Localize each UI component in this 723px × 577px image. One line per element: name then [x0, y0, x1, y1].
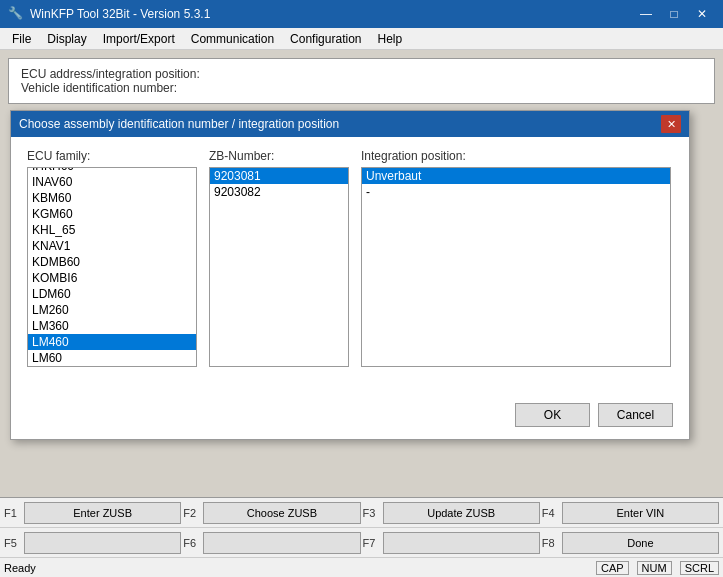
f7-button[interactable] [383, 532, 540, 554]
dialog-title-bar: Choose assembly identification number / … [11, 111, 689, 137]
f6-button[interactable] [203, 532, 360, 554]
ecu-family-item[interactable]: LDM60 [28, 286, 196, 302]
cancel-button[interactable]: Cancel [598, 403, 673, 427]
f4-button[interactable]: Enter VIN [562, 502, 719, 524]
columns-container: ECU family: IBOCU2IHKB60IHKH60INAV60KBM6… [27, 149, 673, 367]
menu-importexport[interactable]: Import/Export [95, 28, 183, 49]
f6-label: F6 [183, 537, 201, 549]
app-icon: 🔧 [8, 6, 24, 22]
fkey-group-f6: F6 [183, 530, 360, 555]
zb-number-item[interactable]: 9203082 [210, 184, 348, 200]
menu-communication[interactable]: Communication [183, 28, 282, 49]
zb-number-item[interactable]: 9203081 [210, 168, 348, 184]
menu-display[interactable]: Display [39, 28, 94, 49]
f3-button[interactable]: Update ZUSB [383, 502, 540, 524]
status-text: Ready [4, 562, 596, 574]
menu-configuration[interactable]: Configuration [282, 28, 369, 49]
zb-number-list[interactable]: 92030819203082 [209, 167, 349, 367]
f4-label: F4 [542, 507, 560, 519]
integration-position-label: Integration position: [361, 149, 671, 163]
ecu-family-item[interactable]: LM360 [28, 318, 196, 334]
status-indicators: CAP NUM SCRL [596, 561, 719, 575]
zb-number-column: ZB-Number: 92030819203082 [209, 149, 349, 367]
f8-label: F8 [542, 537, 560, 549]
f2-label: F2 [183, 507, 201, 519]
f7-label: F7 [363, 537, 381, 549]
integration-position-column: Integration position: Unverbaut- [361, 149, 671, 367]
ecu-address-label: ECU address/integration position: [21, 67, 702, 81]
ecu-family-item[interactable]: KNAV1 [28, 238, 196, 254]
dialog-close-button[interactable]: ✕ [661, 115, 681, 133]
ecu-family-item[interactable]: LM60 [28, 350, 196, 366]
f8-button[interactable]: Done [562, 532, 719, 554]
dialog-title: Choose assembly identification number / … [19, 117, 339, 131]
ecu-family-column: ECU family: IBOCU2IHKB60IHKH60INAV60KBM6… [27, 149, 197, 367]
num-indicator: NUM [637, 561, 672, 575]
fkey-group-f3: F3 Update ZUSB [363, 500, 540, 525]
status-bar: Ready CAP NUM SCRL [0, 557, 723, 577]
f1-label: F1 [4, 507, 22, 519]
dialog-buttons: OK Cancel [11, 395, 689, 439]
integration-position-item[interactable]: - [362, 184, 670, 200]
close-button[interactable]: ✕ [689, 4, 715, 24]
ecu-family-item[interactable]: KDMB60 [28, 254, 196, 270]
ecu-family-label: ECU family: [27, 149, 197, 163]
minimize-button[interactable]: — [633, 4, 659, 24]
f1-button[interactable]: Enter ZUSB [24, 502, 181, 524]
maximize-button[interactable]: □ [661, 4, 687, 24]
ecu-family-list[interactable]: IBOCU2IHKB60IHKH60INAV60KBM60KGM60KHL_65… [27, 167, 197, 367]
menu-help[interactable]: Help [370, 28, 411, 49]
title-bar-controls: — □ ✕ [633, 4, 715, 24]
ecu-family-item[interactable]: INAV60 [28, 174, 196, 190]
ecu-family-item[interactable]: KOMBI6 [28, 270, 196, 286]
ecu-family-item[interactable]: KHL_65 [28, 222, 196, 238]
scrl-indicator: SCRL [680, 561, 719, 575]
f2-button[interactable]: Choose ZUSB [203, 502, 360, 524]
ecu-family-item[interactable]: LM260 [28, 302, 196, 318]
fkey-row-1: F1 Enter ZUSB F2 Choose ZUSB F3 Update Z… [0, 497, 723, 527]
fkey-group-f1: F1 Enter ZUSB [4, 500, 181, 525]
fkey-group-f2: F2 Choose ZUSB [183, 500, 360, 525]
ecu-family-item[interactable]: LM460 [28, 334, 196, 350]
title-bar-left: 🔧 WinKFP Tool 32Bit - Version 5.3.1 [8, 6, 210, 22]
vehicle-id-label: Vehicle identification number: [21, 81, 702, 95]
fkey-group-f4: F4 Enter VIN [542, 500, 719, 525]
f5-label: F5 [4, 537, 22, 549]
fkey-group-f8: F8 Done [542, 530, 719, 555]
ecu-family-item[interactable]: IHKH60 [28, 167, 196, 174]
app-title: WinKFP Tool 32Bit - Version 5.3.1 [30, 7, 210, 21]
ecu-family-item[interactable]: KGM60 [28, 206, 196, 222]
fkey-group-f7: F7 [363, 530, 540, 555]
fkey-row-2: F5 F6 F7 F8 Done [0, 527, 723, 557]
menu-bar: File Display Import/Export Communication… [0, 28, 723, 50]
ecu-info-panel: ECU address/integration position: Vehicl… [8, 58, 715, 104]
fkey-group-f5: F5 [4, 530, 181, 555]
integration-position-item[interactable]: Unverbaut [362, 168, 670, 184]
menu-file[interactable]: File [4, 28, 39, 49]
f5-button[interactable] [24, 532, 181, 554]
zb-number-label: ZB-Number: [209, 149, 349, 163]
dialog-content: ECU family: IBOCU2IHKB60IHKH60INAV60KBM6… [11, 137, 689, 395]
title-bar: 🔧 WinKFP Tool 32Bit - Version 5.3.1 — □ … [0, 0, 723, 28]
caps-indicator: CAP [596, 561, 629, 575]
ok-button[interactable]: OK [515, 403, 590, 427]
ecu-family-item[interactable]: KBM60 [28, 190, 196, 206]
f3-label: F3 [363, 507, 381, 519]
choose-assembly-dialog: Choose assembly identification number / … [10, 110, 690, 440]
integration-position-list[interactable]: Unverbaut- [361, 167, 671, 367]
